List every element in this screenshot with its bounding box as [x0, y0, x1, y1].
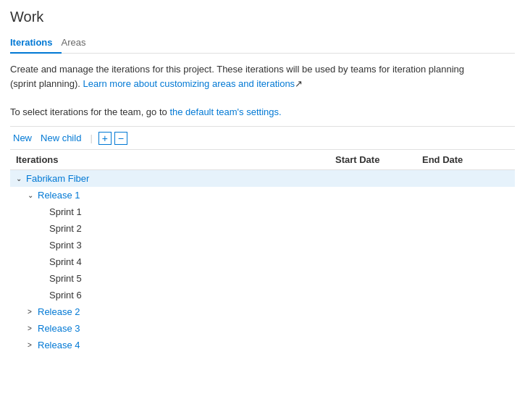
start-date-cell	[335, 290, 422, 301]
description-text-2: (sprint planning).	[10, 78, 80, 89]
iteration-name[interactable]: Release 3	[38, 323, 80, 334]
table-row[interactable]: Sprint 4	[10, 253, 515, 270]
iteration-name[interactable]: Release 4	[38, 340, 80, 350]
end-date-cell	[422, 256, 509, 267]
iteration-name: Sprint 4	[49, 256, 82, 267]
table-row[interactable]: Sprint 1	[10, 203, 515, 220]
col-start-date-header: Start Date	[335, 154, 422, 165]
chevron-icon: >	[28, 308, 38, 316]
description-text-3: To select iterations for the team, go to	[10, 106, 169, 117]
start-date-cell	[335, 340, 422, 350]
table-row[interactable]: > Release 4	[10, 337, 515, 353]
chevron-icon: >	[28, 324, 38, 332]
description-text-1: Create and manage the iterations for thi…	[10, 64, 464, 75]
end-date-cell	[422, 290, 509, 301]
table-row[interactable]: > Release 2	[10, 303, 515, 320]
page-title: Work	[10, 9, 515, 25]
end-date-cell	[422, 190, 509, 201]
start-date-cell	[335, 173, 422, 184]
col-iterations-header: Iterations	[16, 154, 335, 165]
page-container: Work Iterations Areas Create and manage …	[0, 0, 525, 364]
table-row[interactable]: Sprint 3	[10, 237, 515, 253]
iteration-name: Sprint 5	[49, 273, 82, 284]
description-block: Create and manage the iterations for thi…	[10, 62, 515, 119]
start-date-cell	[335, 240, 422, 251]
expand-all-button[interactable]: +	[98, 132, 112, 145]
iteration-name[interactable]: Release 1	[38, 190, 80, 201]
start-date-cell	[335, 273, 422, 284]
iteration-name[interactable]: Fabrikam Fiber	[26, 173, 89, 184]
new-child-button[interactable]: New child	[38, 131, 84, 145]
table-row[interactable]: Sprint 6	[10, 287, 515, 303]
tab-areas[interactable]: Areas	[62, 33, 95, 54]
default-team-settings-link[interactable]: the default team's settings.	[169, 106, 281, 117]
table-header: Iterations Start Date End Date	[10, 150, 515, 170]
start-date-cell	[335, 256, 422, 267]
end-date-cell	[422, 206, 509, 217]
col-end-date-header: End Date	[422, 154, 509, 165]
end-date-cell	[422, 323, 509, 334]
end-date-cell	[422, 173, 509, 184]
table-row[interactable]: Sprint 5	[10, 270, 515, 287]
tab-iterations[interactable]: Iterations	[10, 33, 62, 54]
learn-more-link[interactable]: Learn more about customizing areas and i…	[83, 78, 295, 89]
start-date-cell	[335, 323, 422, 334]
iterations-tree: ⌄ Fabrikam Fiber⌄ Release 1Sprint 1Sprin…	[10, 170, 515, 353]
iteration-name[interactable]: Release 2	[38, 306, 80, 317]
chevron-icon: ⌄	[28, 191, 38, 199]
collapse-all-button[interactable]: −	[114, 132, 127, 145]
tabs-bar: Iterations Areas	[10, 33, 515, 54]
chevron-icon: ⌄	[16, 175, 26, 182]
end-date-cell	[422, 273, 509, 284]
toolbar: New New child | + −	[10, 126, 515, 150]
iteration-name: Sprint 1	[49, 206, 82, 217]
table-row[interactable]: > Release 3	[10, 320, 515, 337]
end-date-cell	[422, 223, 509, 234]
table-row[interactable]: Sprint 2	[10, 220, 515, 237]
end-date-cell	[422, 240, 509, 251]
start-date-cell	[335, 306, 422, 317]
end-date-cell	[422, 340, 509, 350]
iteration-name: Sprint 3	[49, 240, 82, 251]
iteration-name: Sprint 2	[49, 223, 82, 234]
table-row[interactable]: ⌄ Release 1	[10, 187, 515, 203]
start-date-cell	[335, 206, 422, 217]
end-date-cell	[422, 306, 509, 317]
chevron-icon: >	[28, 341, 38, 349]
iteration-name: Sprint 6	[49, 290, 82, 301]
table-row[interactable]: ⌄ Fabrikam Fiber	[10, 170, 515, 187]
start-date-cell	[335, 223, 422, 234]
toolbar-separator: |	[90, 133, 92, 143]
new-button[interactable]: New	[10, 131, 35, 145]
start-date-cell	[335, 190, 422, 201]
